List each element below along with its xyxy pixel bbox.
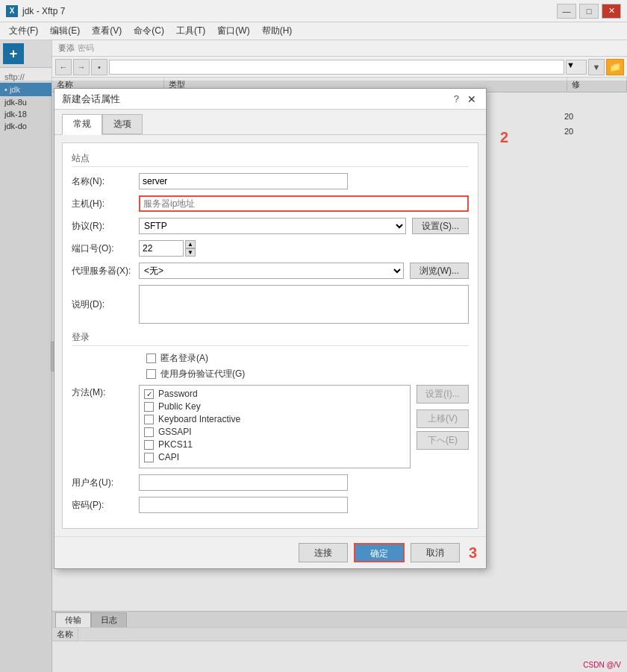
sidebar-toolbar	[0, 40, 52, 68]
name-row: 名称(N):	[72, 173, 469, 189]
back-button[interactable]: ←	[55, 59, 72, 75]
method-checkbox-password[interactable]	[144, 389, 154, 399]
breadcrumb: 要添 密码	[52, 40, 627, 57]
method-checkbox-pkcs11[interactable]	[144, 440, 154, 450]
menu-view[interactable]: 查看(V)	[86, 22, 128, 40]
title-bar: X jdk - Xftp 7 — □ ✕	[0, 0, 627, 22]
username-label: 用户名(U):	[72, 477, 139, 489]
dialog-footer: 连接 确定 取消 3	[54, 536, 486, 568]
host-row: 主机(H):	[72, 195, 469, 212]
login-checkboxes: 匿名登录(A) 使用身份验证代理(G)	[72, 352, 469, 380]
move-down-button[interactable]: 下へ(E)	[417, 431, 469, 450]
maximize-button[interactable]: □	[579, 4, 599, 19]
method-label: 方法(M):	[72, 385, 139, 399]
method-list: Password Public Key Keyb	[139, 385, 411, 468]
desc-label: 说明(D):	[72, 298, 139, 311]
username-row: 用户名(U):	[72, 474, 469, 491]
port-label: 端口号(O):	[72, 242, 139, 255]
host-label: 主机(H):	[72, 198, 139, 210]
method-section: 方法(M): Password	[72, 385, 469, 468]
login-section: 登录 匿名登录(A) 使用身份验证代理(G) 方法(M):	[72, 331, 469, 513]
proxy-browse-button[interactable]: 浏览(W)...	[410, 263, 469, 279]
dialog-close-button[interactable]: ✕	[465, 92, 478, 106]
method-item-gssapi: GSSAPI	[144, 427, 405, 437]
menu-file[interactable]: 文件(F)	[3, 22, 44, 40]
folder-button[interactable]: 📁	[606, 59, 624, 75]
menu-help[interactable]: 帮助(H)	[256, 22, 299, 40]
method-item-publickey: Public Key	[144, 401, 405, 412]
password-row: 密码(P):	[72, 497, 469, 513]
name-input[interactable]	[139, 173, 348, 189]
port-spinners: ▲ ▼	[185, 240, 196, 257]
method-checkbox-capi[interactable]	[144, 453, 154, 462]
move-up-button[interactable]: 上移(V)	[417, 409, 469, 428]
menu-tools[interactable]: 工具(T)	[170, 22, 211, 40]
menu-edit[interactable]: 编辑(E)	[44, 22, 86, 40]
anonymous-checkbox[interactable]	[146, 354, 156, 363]
method-label-capi: CAPI	[158, 452, 179, 462]
station-section-label: 站点	[72, 152, 469, 167]
password-label: 密码(P):	[72, 499, 139, 512]
method-item-keyboard: Keyboard Interactive	[144, 414, 405, 424]
cancel-button[interactable]: 取消	[411, 543, 460, 562]
method-buttons: 设置(I)... 上移(V) 下へ(E)	[417, 385, 469, 450]
method-item-pkcs11: PKCS11	[144, 439, 405, 450]
protocol-select[interactable]: SFTP	[139, 218, 406, 234]
desc-textarea[interactable]	[139, 285, 469, 324]
new-session-dialog: 2 新建会话属性 ? ✕ 常规 选项 站点 名称(N):	[54, 88, 487, 569]
toolbar: ← → • ▼ ▼ 📁	[52, 57, 627, 78]
method-item-capi: CAPI	[144, 452, 405, 462]
view-select[interactable]: ▼	[566, 60, 587, 75]
port-input[interactable]	[139, 240, 184, 257]
port-down-button[interactable]: ▼	[185, 248, 196, 257]
dialog-title: 新建会话属性	[62, 92, 454, 106]
tab-options[interactable]: 选项	[102, 114, 143, 134]
connect-button[interactable]: 连接	[299, 543, 348, 562]
forward-button[interactable]: →	[73, 59, 90, 75]
agent-row: 使用身份验证代理(G)	[146, 368, 469, 380]
agent-checkbox[interactable]	[146, 369, 156, 379]
tab-general[interactable]: 常规	[62, 114, 102, 135]
menu-command[interactable]: 命令(C)	[128, 22, 170, 40]
close-button[interactable]: ✕	[602, 4, 621, 19]
new-session-button[interactable]	[3, 43, 24, 64]
port-up-button[interactable]: ▲	[185, 240, 196, 248]
method-settings-button[interactable]: 设置(I)...	[417, 385, 469, 403]
username-input[interactable]	[139, 474, 348, 491]
anonymous-label: 匿名登录(A)	[160, 352, 208, 365]
host-input[interactable]	[139, 195, 469, 212]
method-label-password: Password	[158, 389, 198, 399]
dialog-overlay: 2 新建会话属性 ? ✕ 常规 选项 站点 名称(N):	[0, 81, 627, 672]
view-btn2[interactable]: ▼	[588, 59, 605, 75]
minimize-button[interactable]: —	[557, 4, 576, 19]
proxy-select[interactable]: <无>	[139, 263, 404, 279]
main-area: sftp:// • jdk jdk-8u jdk-18 jdk-do 要添 密码…	[0, 40, 627, 672]
login-section-label: 登录	[72, 331, 469, 346]
method-checkbox-publickey[interactable]	[144, 402, 154, 412]
menu-window[interactable]: 窗口(W)	[211, 22, 255, 40]
agent-label: 使用身份验证代理(G)	[160, 368, 245, 380]
desc-row: 说明(D):	[72, 285, 469, 324]
dialog-title-bar: 新建会话属性 ? ✕	[54, 89, 486, 110]
menu-bar: 文件(F) 编辑(E) 查看(V) 命令(C) 工具(T) 窗口(W) 帮助(H…	[0, 22, 627, 40]
app-icon: X	[6, 5, 18, 17]
ok-button[interactable]: 确定	[354, 543, 405, 562]
password-input[interactable]	[139, 497, 348, 513]
dialog-help-button[interactable]: ?	[454, 93, 459, 104]
annotation-2: 2	[500, 129, 508, 146]
annotation-3: 3	[469, 544, 477, 562]
protocol-settings-button[interactable]: 设置(S)...	[412, 218, 469, 234]
method-label-publickey: Public Key	[158, 401, 201, 412]
method-checkbox-gssapi[interactable]	[144, 427, 154, 437]
proxy-row: 代理服务器(X): <无> 浏览(W)...	[72, 263, 469, 279]
dot-button[interactable]: •	[91, 59, 107, 75]
method-label-pkcs11: PKCS11	[158, 439, 193, 450]
dialog-tabs: 常规 选项	[54, 110, 486, 135]
dialog-body: 站点 名称(N): 主机(H): 协议(R): SFTP	[62, 142, 478, 529]
path-input[interactable]	[109, 60, 564, 75]
method-item-password: Password	[144, 389, 405, 399]
method-checkbox-keyboard[interactable]	[144, 415, 154, 424]
method-label-keyboard: Keyboard Interactive	[158, 414, 240, 424]
port-row: 端口号(O): ▲ ▼	[72, 240, 469, 257]
protocol-label: 协议(R):	[72, 220, 139, 233]
